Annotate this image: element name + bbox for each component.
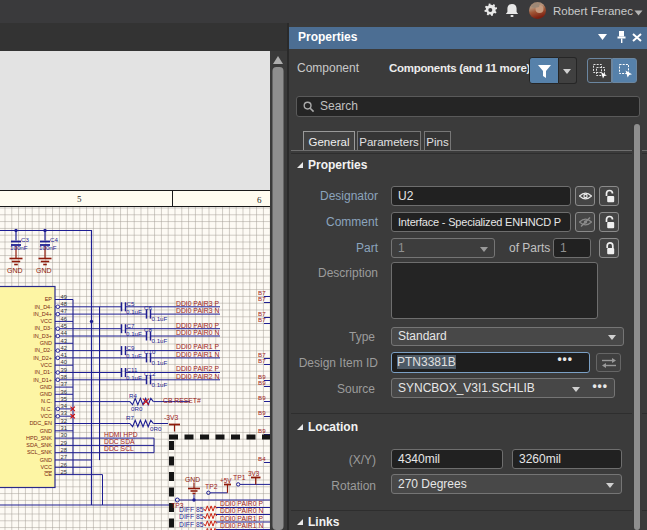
svg-text:0.1uF: 0.1uF (126, 374, 142, 381)
svg-text:32: 32 (61, 418, 67, 424)
svg-text:R7: R7 (126, 414, 134, 421)
svg-text:0.1uF: 0.1uF (126, 352, 142, 359)
svg-text:38: 38 (61, 374, 67, 380)
svg-text:B9: B9 (258, 427, 266, 434)
svg-text:IN_D4-: IN_D4- (35, 304, 53, 310)
svg-text:DDI0 PAIR1 N: DDI0 PAIR1 N (220, 522, 263, 529)
svg-text:29: 29 (61, 440, 67, 446)
svg-text:26: 26 (61, 462, 67, 468)
svg-text:IN_D1-: IN_D1- (35, 369, 53, 375)
svg-text:30: 30 (61, 432, 67, 438)
svg-text:100nF: 100nF (39, 244, 57, 251)
svg-text:IN_D3+: IN_D3+ (33, 333, 52, 339)
svg-text:42: 42 (61, 345, 67, 351)
svg-text:3V3: 3V3 (248, 470, 260, 477)
svg-text:VCC: VCC (40, 464, 52, 470)
svg-text:IN_D2+: IN_D2+ (33, 355, 52, 361)
svg-text:49: 49 (61, 294, 67, 300)
svg-text:+5V: +5V (220, 477, 232, 484)
svg-text:39: 39 (61, 367, 67, 373)
svg-text:45: 45 (61, 323, 67, 329)
svg-text:DDI0 PAIR3 N: DDI0 PAIR3 N (176, 307, 219, 314)
svg-text:DDI0 PAIR1 P: DDI0 PAIR1 P (176, 343, 219, 350)
svg-text:GND: GND (40, 428, 52, 434)
svg-text:DIFF 85: DIFF 85 (179, 521, 204, 528)
svg-text:33: 33 (61, 410, 67, 416)
svg-text:GND: GND (7, 267, 23, 274)
svg-text:GND: GND (185, 476, 200, 483)
svg-text:TP2: TP2 (205, 483, 218, 490)
svg-text:0.1uF: 0.1uF (152, 381, 168, 388)
svg-text:C5: C5 (127, 300, 135, 307)
svg-text:C7: C7 (127, 322, 135, 329)
svg-text:44: 44 (61, 330, 68, 336)
svg-text:0.1uF: 0.1uF (126, 330, 142, 337)
svg-text:0R0: 0R0 (131, 405, 143, 412)
svg-text:27: 27 (61, 454, 67, 460)
svg-text:37: 37 (61, 381, 67, 387)
svg-text:C12: C12 (144, 370, 156, 377)
svg-text:31: 31 (61, 425, 67, 431)
svg-text:HPD_SNK: HPD_SNK (26, 435, 52, 441)
svg-text:6: 6 (257, 195, 262, 205)
svg-text:0.1uF: 0.1uF (152, 359, 168, 366)
svg-text:C6: C6 (144, 304, 152, 311)
svg-text:IN_D3-: IN_D3- (35, 325, 53, 331)
svg-text:46: 46 (61, 316, 67, 322)
svg-text:CB RESET#: CB RESET# (163, 397, 201, 404)
svg-text:25: 25 (61, 469, 67, 475)
svg-text:B9: B9 (258, 409, 266, 416)
svg-text:DDI0 PAIR0 P: DDI0 PAIR0 P (176, 322, 219, 329)
svg-text:C8: C8 (144, 326, 152, 333)
svg-text:GND: GND (40, 384, 52, 390)
svg-text:GND: GND (36, 267, 52, 274)
svg-text:41: 41 (61, 352, 67, 358)
svg-text:0.1uF: 0.1uF (126, 308, 142, 315)
svg-text:47: 47 (61, 308, 67, 314)
svg-text:40: 40 (61, 359, 67, 365)
svg-text:C9: C9 (127, 344, 135, 351)
svg-text:VCC: VCC (40, 362, 52, 368)
svg-text:SDA_SNK: SDA_SNK (26, 442, 52, 448)
svg-text:N.C.: N.C. (41, 406, 52, 412)
svg-text:C4: C4 (50, 236, 58, 243)
svg-text:C3: C3 (21, 236, 29, 243)
svg-text:DDC SDA: DDC SDA (104, 438, 135, 445)
svg-text:35: 35 (61, 396, 67, 402)
svg-text:DDI0 PAIR0 N: DDI0 PAIR0 N (176, 329, 219, 336)
svg-text:43: 43 (61, 338, 67, 344)
svg-text:VCC: VCC (40, 413, 52, 419)
svg-text:DDI0 PAIR1 P: DDI0 PAIR1 P (220, 515, 263, 522)
svg-text:-3V3: -3V3 (164, 414, 179, 421)
svg-text:DDI0 PAIR0 P: DDI0 PAIR0 P (220, 500, 263, 507)
svg-text:IN_D2-: IN_D2- (35, 347, 53, 353)
svg-text:GND: GND (40, 457, 52, 463)
svg-text:28: 28 (61, 447, 67, 453)
svg-text:0R0: 0R0 (150, 425, 162, 432)
svg-text:HDMI HPD: HDMI HPD (104, 431, 138, 438)
svg-text:DDI0 PAIR2 N: DDI0 PAIR2 N (176, 373, 219, 380)
svg-text:5: 5 (77, 194, 82, 204)
svg-text:IN_D4+: IN_D4+ (33, 311, 52, 317)
svg-text:IN_D1+: IN_D1+ (33, 377, 52, 383)
svg-text:GND: GND (40, 340, 52, 346)
svg-text:DDC SCL: DDC SCL (104, 445, 134, 452)
svg-text:DDI0 PAIR3 P: DDI0 PAIR3 P (176, 300, 219, 307)
svg-text:DIFF 85: DIFF 85 (179, 506, 204, 513)
svg-text:0.1uF: 0.1uF (152, 315, 168, 322)
svg-text:34: 34 (61, 403, 68, 409)
svg-text:36: 36 (61, 389, 67, 395)
svg-text:48: 48 (61, 301, 67, 307)
svg-text:C11: C11 (127, 366, 138, 373)
svg-text:EP: EP (45, 296, 53, 302)
svg-text:DDI0 PAIR1 N: DDI0 PAIR1 N (176, 351, 219, 358)
svg-text:0.1uF: 0.1uF (152, 337, 168, 344)
svg-text:R4: R4 (129, 392, 137, 399)
svg-text:TP1: TP1 (233, 474, 246, 481)
svg-text:CE: CE (44, 471, 52, 477)
svg-text:N.C.: N.C. (41, 398, 52, 404)
svg-text:B4: B4 (258, 455, 266, 462)
svg-text:DIFF 85: DIFF 85 (179, 513, 204, 520)
svg-text:SCL_SNK: SCL_SNK (27, 449, 52, 455)
svg-text:100nF: 100nF (10, 244, 28, 251)
